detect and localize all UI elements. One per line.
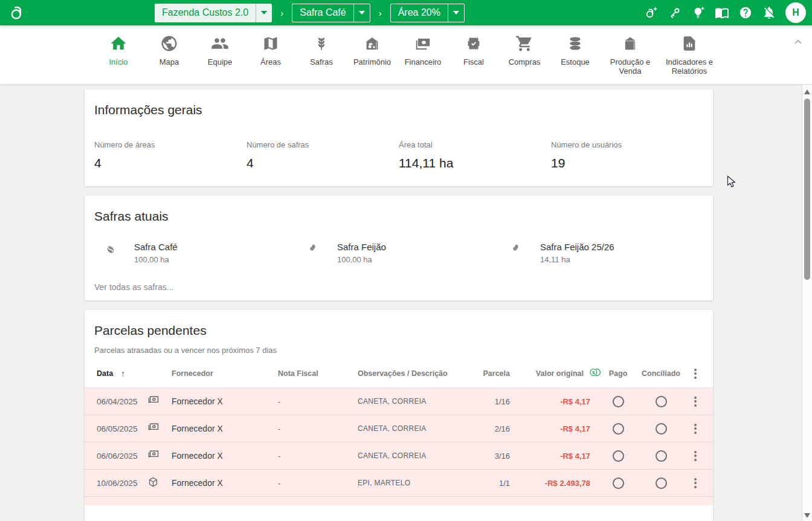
nav-item-estoque[interactable]: Estoque: [550, 33, 601, 66]
pending-installments-card: Parcelas pendentes Parcelas atrasadas ou…: [85, 310, 713, 521]
paid-radio[interactable]: [613, 396, 624, 407]
installment-row[interactable]: 06/04/2025 Fornecedor X - CANETA, CORREI…: [85, 388, 713, 415]
view-all-seasons-link[interactable]: Ver todas as safras...: [94, 282, 174, 292]
area-selector-label: Área 20%: [391, 4, 448, 22]
current-seasons-card: Safras atuais Safra Café 100,00 ha: [85, 196, 713, 300]
banknote-icon: [398, 33, 448, 54]
cell-installment: 2/16: [495, 424, 510, 433]
paid-radio[interactable]: [613, 450, 624, 462]
nav-item-areas[interactable]: Áreas: [245, 33, 296, 66]
globe-icon: [144, 33, 195, 54]
scrollbar-thumb[interactable]: [804, 99, 810, 280]
card-title: Safras atuais: [85, 196, 713, 224]
user-avatar[interactable]: H: [785, 2, 806, 23]
collapse-nav-chevron-up-icon[interactable]: [794, 36, 802, 47]
lightbulb-plus-icon[interactable]: [691, 5, 706, 20]
season-area: 100,00 ha: [134, 255, 178, 264]
table-header: Data ↑ Fornecedor Nota Fiscal Observaçõe…: [85, 360, 713, 388]
nav-item-compras[interactable]: Compras: [499, 33, 550, 66]
reconciled-radio[interactable]: [656, 477, 667, 489]
installment-row[interactable]: 06/05/2025 Fornecedor X - CANETA, CORREI…: [85, 415, 713, 442]
nav-label: Patrimônio: [347, 57, 398, 66]
stat-num-usuarios: Número de usuários 19: [551, 140, 703, 170]
column-header-data[interactable]: Data ↑: [97, 369, 145, 378]
season-item-safra-cafe[interactable]: Safra Café 100,00 ha: [104, 242, 307, 264]
coffee-bean-icon: [104, 243, 118, 259]
svg-text:$: $: [592, 370, 595, 375]
bean-icon: [307, 243, 321, 256]
row-kebab-menu[interactable]: [692, 448, 699, 464]
silo-icon: [601, 33, 660, 54]
cell-description: CANETA, CORREIA: [338, 424, 462, 433]
season-name: Safra Feijão 25/26: [540, 242, 614, 252]
cell-supplier: Fornecedor X: [167, 451, 263, 461]
installment-row[interactable]: 06/06/2025 Fornecedor X - CANETA, CORREI…: [85, 442, 713, 470]
column-label: Valor original: [536, 369, 584, 378]
nav-label: Áreas: [245, 57, 296, 66]
season-selector-label: Safra Café: [292, 4, 353, 22]
cell-value: -R$ 4,17: [560, 397, 601, 406]
farm-selector[interactable]: Fazenda Custos 2.0: [155, 4, 272, 22]
area-selector[interactable]: Área 20%: [390, 4, 465, 22]
cell-installment: 3/16: [495, 451, 510, 461]
nav-item-safras[interactable]: Safras: [296, 33, 347, 66]
paid-radio[interactable]: [613, 477, 624, 489]
row-kebab-menu[interactable]: [692, 421, 699, 436]
cell-supplier: Fornecedor X: [167, 396, 263, 406]
season-selector[interactable]: Safra Café: [292, 4, 370, 22]
chevron-down-icon: [256, 4, 272, 22]
vertical-scrollbar[interactable]: [802, 85, 812, 521]
farm-selector-label: Fazenda Custos 2.0: [155, 4, 256, 22]
reconciled-radio[interactable]: [656, 396, 667, 407]
aegro-logo-icon[interactable]: [8, 4, 25, 24]
table-header-kebab-menu[interactable]: [692, 366, 699, 381]
nav-label: Safras: [296, 57, 347, 66]
stat-value: 19: [551, 156, 703, 170]
nav-item-patrimonio[interactable]: Patrimônio: [347, 33, 398, 66]
key-icon[interactable]: [668, 5, 682, 20]
stat-value: 114,11 ha: [399, 156, 551, 170]
column-header-conciliado: Conciliado: [642, 369, 680, 378]
main-nav: Início Mapa Equipe Áreas: [0, 25, 812, 85]
stats-row: Número de áreas 4 Número de safras 4 Áre…: [85, 140, 713, 170]
seasons-list: Safra Café 100,00 ha Safra Feijão 100,00…: [85, 242, 713, 264]
cell-value: -R$ 4,17: [560, 451, 601, 461]
breadcrumb-separator: ›: [280, 8, 283, 18]
aegro-add-icon[interactable]: [644, 5, 659, 20]
season-name: Safra Café: [134, 242, 178, 252]
column-header-valor-original: Valor original $: [536, 366, 601, 381]
book-icon[interactable]: [715, 5, 729, 20]
nav-item-producao-venda[interactable]: Produção e Venda: [601, 33, 660, 76]
season-item-safra-feijao-25-26[interactable]: Safra Feijão 25/26 14,11 ha: [510, 242, 713, 264]
nav-item-inicio[interactable]: Início: [93, 33, 144, 66]
notifications-off-icon[interactable]: [762, 5, 776, 20]
help-icon[interactable]: [738, 5, 753, 20]
nav-item-mapa[interactable]: Mapa: [144, 33, 195, 66]
cell-description: CANETA, CORREIA: [338, 397, 462, 406]
chevron-down-icon: [353, 4, 370, 22]
scrollbar-down-arrow[interactable]: [804, 513, 810, 518]
cell-description: EPI, MARTELO: [338, 479, 462, 487]
installment-row[interactable]: 10/06/2025 Fornecedor X - EPI, MARTELO 1…: [85, 470, 713, 497]
paid-radio[interactable]: [613, 423, 624, 435]
nav-item-financeiro[interactable]: Financeiro: [398, 33, 448, 66]
nav-item-indicadores-relatorios[interactable]: Indicadores e Relatórios: [660, 33, 719, 76]
season-item-safra-feijao[interactable]: Safra Feijão 100,00 ha: [307, 242, 510, 264]
wheat-icon: [296, 33, 347, 54]
stat-value: 4: [246, 156, 399, 170]
cell-date: 10/06/2025: [97, 479, 145, 488]
banknote-icon: [145, 448, 160, 463]
installment-row-partial[interactable]: [85, 497, 713, 505]
row-kebab-menu[interactable]: [692, 476, 699, 491]
stat-area-total: Área total 114,11 ha: [399, 140, 551, 170]
column-header-fornecedor: Fornecedor: [167, 369, 263, 378]
nav-item-equipe[interactable]: Equipe: [195, 33, 245, 66]
nav-item-fiscal[interactable]: Fiscal: [448, 33, 499, 66]
row-kebab-menu[interactable]: [692, 394, 699, 409]
scrollbar-up-arrow[interactable]: [804, 89, 810, 94]
nav-label: Indicadores e Relatórios: [660, 57, 719, 76]
nav-label: Equipe: [195, 57, 245, 66]
column-header-pago: Pago: [609, 369, 628, 378]
reconciled-radio[interactable]: [656, 423, 667, 435]
reconciled-radio[interactable]: [656, 450, 667, 462]
